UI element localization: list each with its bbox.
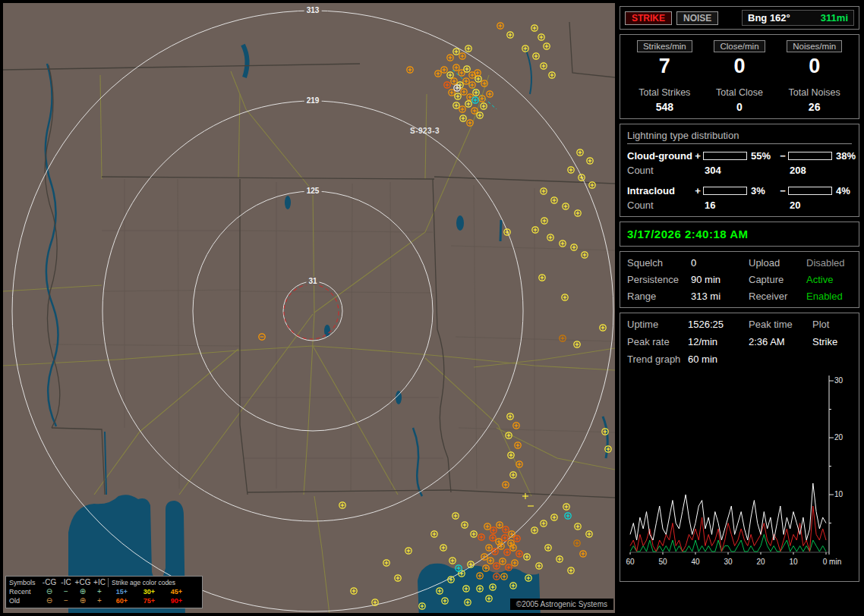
radar-map[interactable]: 313 219 125 31 S-923-3 Symbols -CG -IC +…: [3, 3, 615, 613]
total-noises-label: Total Noises: [777, 87, 852, 98]
legend-col-ncg: -CG: [41, 578, 58, 587]
trend-x-tick: 50: [658, 558, 667, 566]
cg-plus-bar: [703, 152, 747, 160]
legend-col-nic: -IC: [58, 578, 74, 587]
plot-value[interactable]: Strike: [812, 336, 852, 347]
bearing-display: Bng 162° 311mi: [742, 10, 854, 26]
legend-age-header: Strike age color codes: [108, 578, 190, 587]
cg-minus-pct: 38%: [832, 150, 859, 162]
map-legend: Symbols -CG -IC +CG +IC Strike age color…: [5, 576, 203, 608]
status-trend-panel: Uptime 1526:25 Peak time Plot Peak rate …: [620, 313, 859, 582]
ic-plus-bar: [703, 187, 747, 195]
plus-icon: +: [91, 596, 108, 605]
map-canvas: [3, 3, 615, 613]
distribution-title: Lightning type distribution: [627, 130, 852, 144]
cg-minus-count: 208: [788, 165, 832, 176]
circled-minus-icon: ⊖: [41, 596, 58, 605]
squelch-value: 0: [691, 257, 749, 269]
total-close-label: Total Close: [702, 87, 777, 98]
ring-label-313: 313: [304, 6, 322, 14]
upload-label: Upload: [749, 257, 806, 269]
settings-panel: Squelch 0 Upload Disabled Persistence 90…: [620, 251, 859, 308]
trend-x-tick: 30: [724, 558, 732, 566]
ic-plus-pct: 3%: [747, 185, 777, 196]
strike-button[interactable]: STRIKE: [625, 11, 672, 25]
total-noises-value: 26: [777, 101, 852, 113]
legend-col-pcg: +CG: [74, 578, 91, 587]
noise-button[interactable]: NOISE: [676, 11, 718, 25]
mode-panel: STRIKE NOISE Bng 162° 311mi: [620, 6, 859, 30]
close-per-min-label: Close/min: [714, 40, 765, 52]
bearing-label: Bng 162°: [748, 12, 790, 24]
uptime-label: Uptime: [627, 319, 688, 330]
trend-graph-label: Trend graph: [627, 354, 688, 365]
minus-icon: −: [777, 185, 788, 196]
legend-symbols-header: Symbols: [9, 578, 41, 587]
trend-graph-value: 60 min: [688, 354, 749, 365]
trend-x-tick: 40: [691, 558, 699, 566]
age-75: 75+: [135, 596, 162, 605]
total-strikes-label: Total Strikes: [627, 87, 702, 98]
settings-state-1: Active: [806, 274, 852, 285]
copyright-text: ©2005 Astrogenic Systems: [510, 599, 613, 610]
peak-time-label: Peak time: [749, 319, 812, 330]
legend-row-old: Old: [9, 596, 41, 605]
age-90: 90+: [162, 596, 190, 605]
plus-icon: +: [91, 587, 108, 596]
ic-plus-count: 16: [703, 200, 747, 211]
squelch-label: Squelch: [627, 257, 691, 269]
datetime-panel: 3/17/2026 2:40:18 AM: [620, 222, 859, 247]
ring-label-219: 219: [304, 96, 322, 105]
settings-state-0: Disabled: [806, 257, 852, 269]
legend-col-pic: +IC: [91, 578, 108, 587]
persistence-value: 90 min: [691, 274, 749, 285]
peak-rate-label: Peak rate: [627, 336, 688, 347]
trend-series-close: [630, 506, 826, 552]
datetime-display: 3/17/2026 2:40:18 AM: [627, 228, 852, 240]
trend-y-tick: 20: [834, 433, 843, 442]
cg-count-label: Count: [627, 165, 692, 176]
trend-series-noises: [630, 535, 826, 552]
peak-time-value: 2:36 AM: [749, 336, 812, 347]
trend-x-tick: 10: [789, 558, 797, 566]
trend-x-tick: 60: [626, 558, 634, 566]
ic-count-label: Count: [627, 200, 692, 211]
legend-row-recent: Recent: [9, 587, 41, 596]
minus-icon: −: [58, 587, 74, 596]
age-30: 30+: [135, 587, 162, 596]
trend-y-tick: 30: [834, 376, 843, 385]
trend-y-tick: 10: [834, 490, 843, 498]
station-label: S-923-3: [410, 127, 440, 135]
trend-x-tick: 20: [756, 558, 765, 566]
plus-icon: +: [692, 185, 703, 196]
settings-state-2: Enabled: [806, 291, 852, 302]
sidebar: STRIKE NOISE Bng 162° 311mi Strikes/min …: [620, 6, 859, 586]
ring-label-31: 31: [306, 277, 319, 285]
age-15: 15+: [108, 587, 135, 596]
receiver-label: Receiver: [749, 291, 806, 302]
noises-per-min-label: Noises/min: [787, 40, 842, 52]
plot-label: Plot: [812, 319, 852, 330]
bearing-range: 311mi: [821, 12, 848, 24]
ic-minus-count: 20: [788, 200, 832, 211]
age-45: 45+: [162, 587, 190, 596]
ic-minus-bar: [788, 187, 832, 195]
total-strikes-value: 548: [627, 101, 702, 113]
noises-per-min-value: 0: [777, 54, 852, 78]
strikes-per-min-value: 7: [627, 54, 702, 78]
cloud-ground-label: Cloud-ground: [627, 150, 692, 162]
strikes-per-min-label: Strikes/min: [637, 40, 692, 52]
capture-label: Capture: [749, 274, 806, 285]
rates-panel: Strikes/min Close/min Noises/min 7 0 0 T…: [620, 34, 859, 119]
trend-x-tick: 0 min: [823, 558, 841, 566]
circled-minus-icon: ⊖: [41, 587, 58, 596]
plus-icon: +: [692, 150, 703, 162]
trend-graph: 3020106050403020100 min: [627, 372, 852, 576]
uptime-value: 1526:25: [688, 319, 749, 330]
persistence-label: Persistence: [627, 274, 691, 285]
cg-minus-bar: [788, 152, 832, 160]
trend-series-strikes: [630, 483, 826, 540]
minus-icon: −: [58, 596, 74, 605]
ring-label-125: 125: [304, 187, 322, 195]
circled-plus-icon: ⊕: [74, 596, 91, 605]
